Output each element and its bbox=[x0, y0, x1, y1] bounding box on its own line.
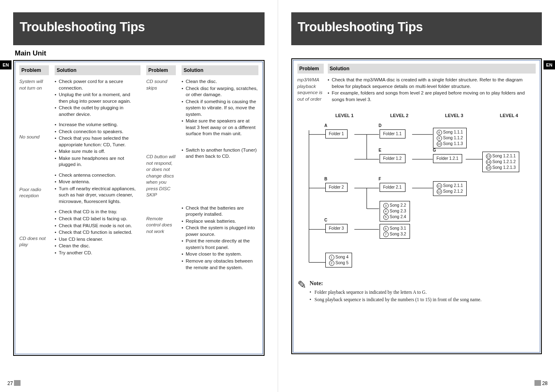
col-solution-b: Solution Clean the disc. Check disc for … bbox=[182, 65, 258, 350]
diagram-label: F bbox=[379, 176, 381, 182]
diagram-box: 3Song 2.2 4Song 2.3 5Song 2.4 bbox=[380, 201, 410, 221]
sol-list: Check power cord for a secure connection… bbox=[55, 78, 140, 118]
table-frame-left: Problem System will not turn on No sound… bbox=[13, 60, 265, 356]
diagram-box: Folder 1.2 bbox=[380, 154, 405, 163]
diagram-box: Folder 2.1 bbox=[380, 183, 405, 192]
page-title-left: Troubleshooting Tips bbox=[20, 20, 258, 35]
levels-header: LEVEL 1 LEVEL 2 LEVEL 3 LEVEL 4 bbox=[322, 113, 532, 119]
page-number-left: 27 bbox=[7, 380, 21, 386]
table-frame-right: Problem mp3/WMA playback sequence is out… bbox=[291, 58, 542, 354]
page-right: Troubleshooting Tips EN Problem mp3/WMA … bbox=[278, 0, 555, 392]
sol-list: Check antenna connection. Move antenna. … bbox=[55, 172, 140, 205]
diagram-label: G bbox=[433, 148, 436, 153]
note-heading: Note: bbox=[310, 280, 482, 288]
note-block: ✎ Note: Folder playback sequence is indi… bbox=[297, 280, 536, 304]
sol-list: Increase the volume setting. Check conne… bbox=[55, 122, 140, 168]
diagram-box: Folder 1.2.1 bbox=[433, 154, 462, 163]
diagram-box: Folder 1.1 bbox=[380, 129, 405, 138]
sol-list: Check that the mp3/WMA disc is created w… bbox=[328, 77, 536, 103]
prob-label: mp3/WMA playback sequence is out of orde… bbox=[297, 77, 324, 102]
sol-list: Check that the batteries are properly in… bbox=[182, 205, 258, 271]
page-left: Troubleshooting Tips EN Main Unit Proble… bbox=[0, 0, 278, 392]
diagram-label: E bbox=[379, 148, 382, 153]
diagram-box: 11Song 2.1.1 12Song 2.1.2 bbox=[433, 181, 467, 196]
diagram-label: A bbox=[325, 123, 327, 129]
th-problem: Problem bbox=[146, 65, 176, 75]
page-title-right: Troubleshooting Tips bbox=[298, 20, 536, 35]
col-problem-a: Problem System will not turn on No sound… bbox=[19, 65, 49, 350]
sol-list: Check that CD is in the tray. Check that… bbox=[55, 209, 140, 256]
th-solution: Solution bbox=[328, 64, 536, 74]
th-problem: Problem bbox=[297, 64, 324, 74]
diagram-label: B bbox=[325, 176, 327, 182]
diagram-label: D bbox=[379, 123, 382, 129]
prob-label: No sound bbox=[19, 134, 49, 141]
diagram-box: 8Song 1.1.1 9Song 1.1.2 10Song 1.1.3 bbox=[433, 128, 467, 148]
th-solution: Solution bbox=[55, 65, 140, 75]
sol-list: Switch to another function (Tuner) and t… bbox=[182, 147, 258, 160]
diagram-box: 1Song 4 2Song 5 bbox=[325, 253, 352, 267]
page-number-right: 28 bbox=[534, 380, 548, 386]
prob-label: Remote control does not work bbox=[146, 216, 176, 235]
diagram-box: 13Song 1.2.1.1 14Song 1.2.1.2 15Song 1.2… bbox=[482, 152, 520, 172]
note-list: Folder playback sequence is indicated by… bbox=[310, 289, 482, 303]
prob-label: CD button will not respond, or does not … bbox=[146, 154, 176, 198]
diagram-label: C bbox=[325, 217, 327, 223]
diagram-box: 6Song 3.1 7Song 3.2 bbox=[380, 224, 410, 239]
folder-diagram: A Folder 1 B Folder 2 C Folder 3 1Song 4… bbox=[301, 122, 536, 274]
prob-label: CD sound skips bbox=[146, 78, 176, 91]
sol-list: Clean the disc. Check disc for warping, … bbox=[182, 78, 258, 137]
diagram-box: Folder 2 bbox=[325, 183, 348, 192]
header-bar-right: Troubleshooting Tips bbox=[291, 12, 542, 45]
col-problem-b: Problem CD sound skips CD button will no… bbox=[146, 65, 176, 350]
header-bar-left: Troubleshooting Tips bbox=[13, 12, 265, 45]
page-spread: Troubleshooting Tips EN Main Unit Proble… bbox=[0, 0, 555, 392]
note-icon: ✎ bbox=[297, 280, 306, 291]
diagram-lines bbox=[301, 122, 536, 275]
lang-tag-right: EN bbox=[543, 60, 555, 69]
th-solution: Solution bbox=[182, 65, 258, 75]
subsection-title: Main Unit bbox=[15, 49, 46, 58]
col-solution-a: Solution Check power cord for a secure c… bbox=[55, 65, 140, 350]
th-problem: Problem bbox=[19, 65, 49, 75]
diagram-box: Folder 1 bbox=[325, 129, 348, 138]
prob-label: Poor radio reception bbox=[19, 187, 49, 199]
prob-label: CD does not play bbox=[19, 235, 49, 248]
diagram-box: Folder 3 bbox=[325, 224, 348, 233]
lang-tag-left: EN bbox=[0, 60, 12, 69]
prob-label: System will not turn on bbox=[19, 78, 49, 91]
